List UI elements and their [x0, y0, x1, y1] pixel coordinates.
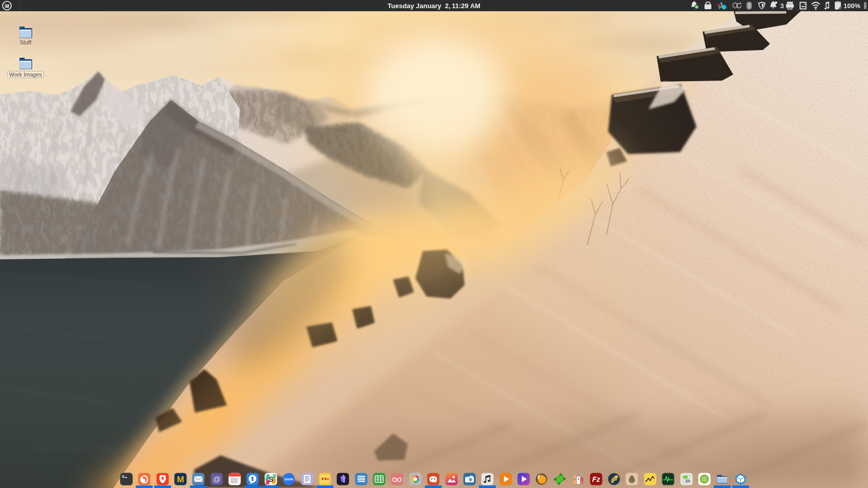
svg-text:S: S — [269, 475, 273, 483]
svg-text:Fz: Fz — [592, 475, 600, 483]
svg-text:M: M — [177, 475, 184, 484]
svg-text:$: $ — [122, 475, 124, 479]
svg-text:zoom: zoom — [284, 477, 293, 481]
svg-text:@: @ — [212, 475, 220, 483]
